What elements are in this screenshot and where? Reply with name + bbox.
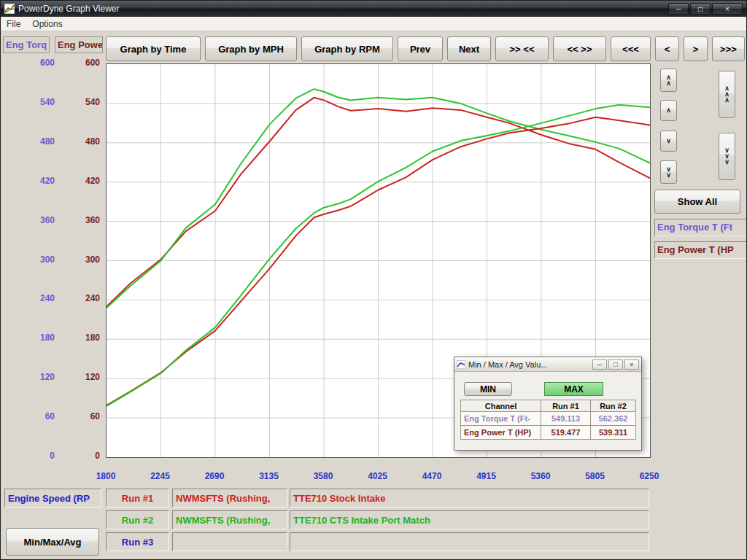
scale-down-button[interactable]: ∨∨∨ (719, 133, 735, 180)
run-3-label: Run #3 (106, 532, 169, 551)
run-2-description-field[interactable]: TTE710 CTS Intake Port Match (290, 510, 649, 529)
y-tick: 300 (40, 254, 55, 265)
y-axis-power: 600540480420360300240180120600 (68, 31, 101, 559)
x-tick: 4915 (461, 471, 512, 481)
run-2-label: Run #2 (106, 510, 169, 529)
min-button[interactable]: MIN (464, 382, 512, 396)
minmax-run1-cell: 519.477 (541, 426, 591, 440)
legend-torque: Eng Torque T (Ft (654, 219, 747, 236)
toolbar-button-nav-10[interactable]: > (684, 36, 708, 61)
minmax-row-2: Eng Power T (HP)519.477539.311 (461, 426, 636, 440)
y-tick: 300 (85, 254, 100, 265)
x-tick: 5805 (570, 471, 621, 481)
run-3-description-field[interactable] (290, 532, 649, 551)
x-tick: 5360 (515, 471, 566, 481)
x-tick: 2690 (189, 471, 240, 481)
chevron-icon: ∧ (724, 98, 729, 103)
app-window: PowerDyne Graph Viewer ─ □ × FileOptions… (0, 0, 747, 560)
y-tick: 480 (40, 136, 55, 147)
chevron-icon: ∨ (666, 139, 671, 144)
toolbar-button-graph-by-time[interactable]: Graph by Time (106, 36, 201, 61)
toolbar-button-nav-11[interactable]: >>> (712, 36, 745, 61)
run-2-source-field[interactable]: NWMSFTS (Rushing, (172, 510, 287, 529)
app-icon (4, 4, 15, 14)
max-button[interactable]: MAX (544, 382, 603, 396)
y-tick: 60 (90, 411, 100, 421)
minmax-channel-cell: Eng Torque T (Ft- (461, 412, 541, 426)
toolbar-button-graph-by-mph[interactable]: Graph by MPH (205, 36, 297, 61)
show-all-button[interactable]: Show All (654, 190, 740, 214)
legend-power: Eng Power T (HP (654, 241, 747, 259)
menu-bar: FileOptions (1, 17, 746, 31)
toolbar-button-next[interactable]: Next (447, 36, 491, 61)
pan-down-fast-button[interactable]: ∨∨ (660, 160, 677, 184)
minmax-col-run2: Run #2 (591, 400, 636, 412)
minimize-button[interactable]: ─ (668, 3, 689, 15)
minmax-window: Min / Max / Avg Valu... ─ □ × MIN MAX Ch… (454, 357, 642, 451)
minmax-window-icon (457, 360, 465, 369)
scale-up-button[interactable]: ∧∧∧ (719, 71, 735, 118)
main-area: Eng Torq Eng Powe Graph by TimeGraph by … (1, 31, 746, 559)
minmax-restore-button[interactable]: □ (608, 359, 623, 370)
run-1-label: Run #1 (106, 489, 169, 508)
run-3-source-field[interactable] (172, 532, 287, 551)
y-axis-torque: 600540480420360300240180120600 (23, 31, 56, 559)
minmax-run1-cell: 549.113 (541, 412, 591, 426)
minmax-close-button[interactable]: × (624, 359, 639, 370)
minmax-row-1: Eng Torque T (Ft-549.113562.362 (461, 412, 636, 426)
minmax-window-title: Min / Max / Avg Valu... (468, 360, 591, 369)
y-tick: 600 (40, 58, 55, 68)
y-tick: 0 (95, 451, 100, 461)
minmax-col-run1: Run #1 (541, 400, 591, 412)
x-tick: 4025 (352, 471, 403, 481)
y-tick: 180 (40, 332, 55, 343)
window-controls: ─ □ × (667, 3, 743, 15)
minmax-table: ChannelRun #1Run #2 Eng Torque T (Ft-549… (460, 400, 636, 440)
toolbar-button-nav-7[interactable]: << >> (553, 36, 606, 61)
x-tick: 4470 (406, 471, 457, 481)
minmax-minimize-button[interactable]: ─ (592, 359, 607, 370)
toolbar-button-nav-9[interactable]: < (655, 36, 679, 61)
y-tick: 540 (40, 97, 55, 107)
y-tick: 240 (40, 293, 55, 303)
y-tick: 540 (85, 97, 100, 107)
y-tick: 600 (85, 58, 100, 68)
y-tick: 360 (40, 215, 55, 225)
y-tick: 180 (85, 332, 100, 343)
minmax-titlebar[interactable]: Min / Max / Avg Valu... ─ □ × (454, 357, 641, 372)
menu-options[interactable]: Options (26, 18, 68, 30)
y-tick: 0 (50, 451, 55, 461)
close-button[interactable]: × (712, 3, 743, 15)
run-1-description-field[interactable]: TTE710 Stock Intake (290, 489, 649, 508)
x-tick: 6250 (624, 471, 675, 481)
pan-down-button[interactable]: ∨ (660, 131, 677, 152)
menu-file[interactable]: File (1, 18, 26, 30)
toolbar-button-prev[interactable]: Prev (398, 36, 443, 61)
x-tick: 2245 (135, 471, 186, 481)
y-tick: 420 (85, 176, 100, 186)
maximize-button[interactable]: □ (690, 3, 711, 15)
toolbar: Graph by TimeGraph by MPHGraph by RPMPre… (106, 36, 745, 61)
chevron-icon: ∧ (666, 81, 671, 86)
y-tick: 420 (40, 176, 55, 186)
y-tick: 480 (85, 136, 100, 147)
toolbar-button-nav-6[interactable]: >> << (495, 36, 549, 61)
y-tick: 360 (85, 215, 100, 225)
pan-up-fast-button[interactable]: ∧∧ (660, 69, 677, 92)
y-tick: 60 (45, 411, 55, 421)
y-tick: 120 (40, 372, 55, 382)
minmax-col-channel: Channel (461, 400, 541, 412)
toolbar-button-graph-by-rpm[interactable]: Graph by RPM (301, 36, 393, 61)
minmax-run2-cell: 562.362 (591, 412, 636, 426)
toolbar-button-nav-8[interactable]: <<< (611, 36, 651, 61)
x-channel-field[interactable]: Engine Speed (RP (4, 489, 101, 508)
x-tick: 3135 (244, 471, 295, 481)
minmax-channel-cell: Eng Power T (HP) (461, 426, 541, 440)
minmax-avg-button[interactable]: Min/Max/Avg (6, 528, 99, 556)
chevron-icon: ∧ (666, 108, 671, 113)
pan-up-button[interactable]: ∧ (660, 100, 677, 121)
chevron-icon: ∨ (666, 173, 671, 178)
y-tick: 120 (85, 372, 100, 382)
chevron-icon: ∨ (724, 160, 729, 165)
run-1-source-field[interactable]: NWMSFTS (Rushing, (172, 489, 287, 508)
